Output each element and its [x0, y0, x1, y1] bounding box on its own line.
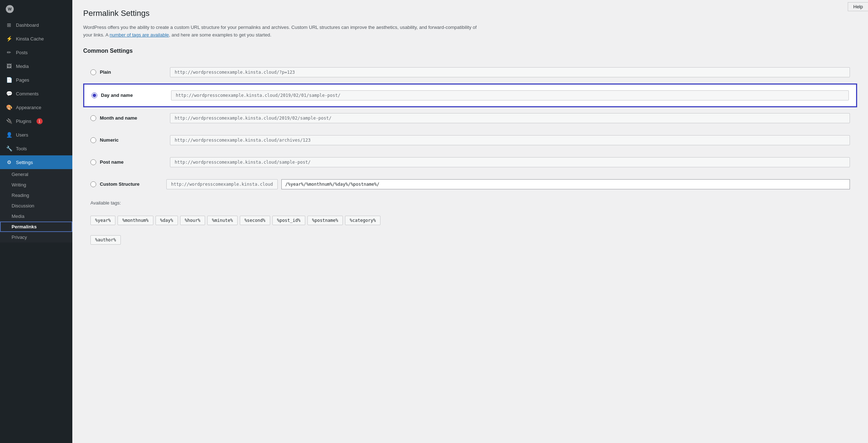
sidebar: W ⊞ Dashboard ⚡ Kinsta Cache ✏ Posts 🖼 M…: [0, 0, 72, 443]
option-day-and-name-label[interactable]: Day and name: [92, 93, 164, 98]
media-icon: 🖼: [6, 63, 12, 69]
settings-arrow: [69, 159, 72, 166]
option-plain: Plain http://wordpresscomexample.kinsta.…: [83, 61, 857, 83]
plugins-badge: 1: [37, 118, 43, 124]
url-day-and-name: http://wordpresscomexample.kinsta.cloud/…: [171, 90, 849, 100]
intro-link[interactable]: number of tags are available: [110, 32, 169, 38]
tag-category[interactable]: %category%: [345, 216, 380, 225]
sidebar-item-settings[interactable]: ⚙ Settings: [0, 155, 72, 169]
option-numeric: Numeric http://wordpresscomexample.kinst…: [83, 129, 857, 151]
tag-second[interactable]: %second%: [240, 216, 270, 225]
sidebar-item-kinsta-cache[interactable]: ⚡ Kinsta Cache: [0, 32, 72, 46]
url-numeric: http://wordpresscomexample.kinsta.cloud/…: [170, 135, 850, 145]
tag-minute[interactable]: %minute%: [207, 216, 238, 225]
sidebar-item-plugins[interactable]: 🔌 Plugins 1: [0, 114, 72, 128]
sidebar-sub-permalinks[interactable]: Permalinks: [0, 222, 72, 232]
custom-top-row: Custom Structure http://wordpresscomexam…: [90, 179, 850, 189]
settings-icon: ⚙: [6, 159, 12, 165]
radio-numeric[interactable]: [90, 137, 96, 143]
kinsta-icon: ⚡: [6, 35, 12, 42]
plugins-icon: 🔌: [6, 118, 12, 124]
tag-post-id[interactable]: %post_id%: [272, 216, 305, 225]
tools-icon: 🔧: [6, 145, 12, 152]
option-custom-structure: Custom Structure http://wordpresscomexam…: [83, 173, 857, 251]
intro-paragraph: WordPress offers you the ability to crea…: [83, 24, 481, 39]
url-month-and-name: http://wordpresscomexample.kinsta.cloud/…: [170, 113, 850, 123]
sidebar-item-label: Tools: [16, 146, 27, 151]
sidebar-item-comments[interactable]: 💬 Comments: [0, 87, 72, 100]
tag-day[interactable]: %day%: [156, 216, 178, 225]
sidebar-sub-discussion[interactable]: Discussion: [0, 201, 72, 211]
sidebar-item-tools[interactable]: 🔧 Tools: [0, 142, 72, 155]
site-logo[interactable]: W: [0, 0, 72, 18]
settings-submenu: General Writing Reading Discussion Media…: [0, 169, 72, 242]
sidebar-item-pages[interactable]: 📄 Pages: [0, 73, 72, 87]
option-month-and-name: Month and name http://wordpresscomexampl…: [83, 107, 857, 129]
sidebar-item-dashboard[interactable]: ⊞ Dashboard: [0, 18, 72, 32]
sidebar-item-label: Comments: [16, 91, 39, 96]
option-numeric-label[interactable]: Numeric: [90, 137, 163, 143]
common-settings-title: Common Settings: [83, 48, 857, 54]
radio-day-and-name[interactable]: [92, 93, 97, 98]
appearance-icon: 🎨: [6, 104, 12, 111]
dashboard-icon: ⊞: [6, 22, 12, 28]
radio-plain[interactable]: [90, 69, 96, 75]
sidebar-item-media[interactable]: 🖼 Media: [0, 59, 72, 73]
sidebar-item-appearance[interactable]: 🎨 Appearance: [0, 100, 72, 114]
option-post-name-label[interactable]: Post name: [90, 159, 163, 165]
tag-hour[interactable]: %hour%: [180, 216, 205, 225]
help-button[interactable]: Help: [848, 2, 868, 11]
sidebar-sub-general[interactable]: General: [0, 169, 72, 180]
sidebar-item-posts[interactable]: ✏ Posts: [0, 46, 72, 59]
sidebar-item-label: Settings: [16, 160, 33, 165]
sidebar-sub-media[interactable]: Media: [0, 211, 72, 222]
url-post-name: http://wordpresscomexample.kinsta.cloud/…: [170, 157, 850, 167]
option-post-name: Post name http://wordpresscomexample.kin…: [83, 151, 857, 173]
sidebar-item-label: Kinsta Cache: [16, 36, 44, 42]
intro-text-after: , and here are some examples to get you …: [169, 32, 271, 38]
sidebar-item-label: Posts: [16, 50, 28, 55]
custom-base-url: http://wordpresscomexample.kinsta.cloud: [166, 179, 278, 189]
sidebar-item-label: Pages: [16, 77, 29, 83]
sidebar-item-label: Users: [16, 132, 28, 138]
available-tags-label: Available tags:: [90, 200, 121, 206]
sidebar-sub-privacy[interactable]: Privacy: [0, 232, 72, 242]
tag-postname[interactable]: %postname%: [307, 216, 343, 225]
wp-logo-icon: W: [6, 5, 14, 13]
posts-icon: ✏: [6, 49, 12, 56]
url-plain: http://wordpresscomexample.kinsta.cloud/…: [170, 67, 850, 77]
option-custom-label[interactable]: Custom Structure: [90, 181, 163, 187]
users-icon: 👤: [6, 132, 12, 138]
option-month-and-name-label[interactable]: Month and name: [90, 115, 163, 121]
main-content: Permalink Settings WordPress offers you …: [72, 0, 868, 443]
radio-month-and-name[interactable]: [90, 115, 96, 121]
sidebar-item-label: Plugins: [16, 119, 31, 124]
tag-author[interactable]: %author%: [90, 235, 121, 245]
radio-custom[interactable]: [90, 181, 96, 187]
option-plain-label[interactable]: Plain: [90, 69, 163, 75]
option-day-and-name: Day and name http://wordpresscomexample.…: [83, 83, 857, 107]
pages-icon: 📄: [6, 77, 12, 83]
radio-post-name[interactable]: [90, 159, 96, 165]
comments-icon: 💬: [6, 90, 12, 97]
sidebar-item-label: Appearance: [16, 105, 41, 110]
sidebar-item-label: Media: [16, 64, 29, 69]
custom-structure-input[interactable]: [281, 179, 850, 189]
page-title: Permalink Settings: [83, 9, 857, 18]
sidebar-sub-reading[interactable]: Reading: [0, 190, 72, 201]
tags-row-2: %author%: [90, 235, 121, 245]
sidebar-item-users[interactable]: 👤 Users: [0, 128, 72, 142]
sidebar-item-label: Dashboard: [16, 22, 39, 28]
sidebar-sub-writing[interactable]: Writing: [0, 180, 72, 190]
tag-year[interactable]: %year%: [90, 216, 115, 225]
tags-row: %year% %monthnum% %day% %hour% %minute% …: [90, 216, 380, 225]
tag-monthnum[interactable]: %monthnum%: [118, 216, 153, 225]
